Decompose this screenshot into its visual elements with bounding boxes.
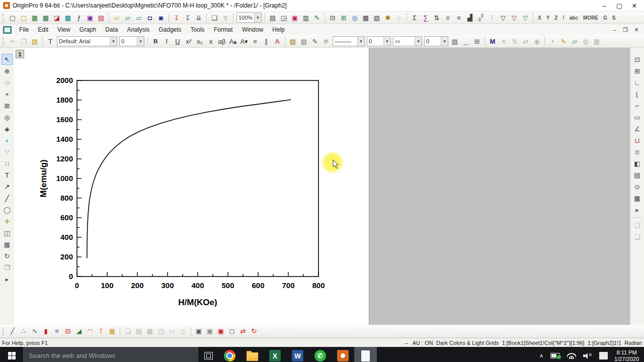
annotation-button[interactable]: ◔ xyxy=(547,36,558,47)
set-as-subject-button[interactable]: S xyxy=(610,12,618,23)
menu-edit[interactable]: Edit xyxy=(33,25,53,34)
code-builder-button[interactable]: ✱ xyxy=(382,12,393,23)
set-as-error-button[interactable]: ! xyxy=(560,12,567,23)
data-reader-tool[interactable]: ◎ xyxy=(2,112,13,123)
new-workbook-button[interactable]: ▦ xyxy=(29,12,40,23)
mask-color-button[interactable]: ▣ xyxy=(215,326,226,337)
graph2-window[interactable]: 0100200300400500600700800020040060080010… xyxy=(14,48,369,325)
axis-frame-button[interactable]: ▭ xyxy=(632,112,643,123)
print-preview-button[interactable]: ◲ xyxy=(278,12,289,23)
save-project-button[interactable]: ◘ xyxy=(144,12,155,23)
new-graph-button[interactable]: ◪ xyxy=(51,12,62,23)
move-up-button[interactable]: ⇅ xyxy=(509,36,520,47)
border-width-combo[interactable]: 0▾ xyxy=(424,36,448,46)
action-center-button[interactable] xyxy=(596,347,611,362)
project-explorer-button[interactable]: ⊟ xyxy=(327,12,338,23)
taskbar-search-input[interactable]: Search the web and Windows xyxy=(23,347,198,362)
area-plot-button[interactable]: ◢ xyxy=(73,326,85,337)
menu-view[interactable]: View xyxy=(53,25,75,34)
frequency-button[interactable]: ⊺ xyxy=(487,12,498,23)
column-plot-button[interactable]: ▮ xyxy=(40,326,51,337)
lock-button[interactable]: ◉ xyxy=(531,36,542,47)
window-tile-button[interactable]: ❏ xyxy=(632,231,643,242)
excel-taskbar-button[interactable]: X xyxy=(264,347,286,362)
menu-file[interactable]: File xyxy=(15,25,33,34)
toolbar-expand-right[interactable]: ▸ xyxy=(632,204,643,215)
new-notes-button[interactable]: ▤ xyxy=(96,12,107,23)
underline-button[interactable]: U xyxy=(172,36,183,47)
table-grid-button[interactable]: ⊞ xyxy=(471,36,482,47)
group-button[interactable]: ◍ xyxy=(580,36,591,47)
3d-plot-button[interactable]: ▦ xyxy=(107,326,118,337)
pan-tool[interactable]: ✛ xyxy=(2,216,13,227)
chevron-down-icon[interactable]: ▾ xyxy=(137,37,144,46)
add-right-axis-button[interactable]: ∠ xyxy=(632,123,643,134)
decrease-font-button[interactable]: A▾ xyxy=(238,36,250,47)
line-width-combo[interactable]: 0▾ xyxy=(367,36,391,46)
open-excel-button[interactable]: ▱ xyxy=(122,12,133,23)
shape-button[interactable]: ▱ xyxy=(569,36,580,47)
file-explorer-taskbar-button[interactable] xyxy=(241,347,264,362)
stock-plot-button[interactable]: ⊺ xyxy=(96,326,107,337)
stacked-plot-button[interactable]: ≡ xyxy=(51,326,62,337)
graph-canvas[interactable]: 0100200300400500600700800020040060080010… xyxy=(14,48,369,325)
slide-show-button[interactable]: ▣ xyxy=(289,12,300,23)
chevron-down-icon[interactable]: ▾ xyxy=(254,13,261,22)
unmask-range-button[interactable]: ▣ xyxy=(204,326,215,337)
save-template-button[interactable]: ◙ xyxy=(155,12,167,23)
color-scale-button[interactable]: ▤ xyxy=(632,169,643,180)
notepad-taskbar-button[interactable] xyxy=(354,347,377,362)
transparency-button[interactable]: ▁ xyxy=(460,36,471,47)
zoom-in-tool[interactable]: ⊕ xyxy=(2,65,13,76)
align-left-button[interactable]: ≡ xyxy=(250,36,261,47)
import-ascii-button[interactable]: ↧ xyxy=(182,12,193,23)
add-inset-button[interactable]: ⊔ xyxy=(632,135,643,146)
line-tool[interactable]: ╱ xyxy=(2,193,13,204)
fit-layer-button[interactable]: ▭ xyxy=(167,326,178,337)
hide-masked-button[interactable]: ◻ xyxy=(226,326,237,337)
reapply-filter-button[interactable]: ▽ xyxy=(520,12,531,23)
open-button[interactable]: ▱ xyxy=(111,12,122,23)
arrow-tool[interactable]: ↗ xyxy=(2,181,13,192)
add-columns-button[interactable]: ⊹ xyxy=(393,12,405,23)
origin-taskbar-button[interactable] xyxy=(332,347,354,362)
copy-format-button[interactable]: ▤ xyxy=(133,326,144,337)
fit-page-button[interactable]: ▯ xyxy=(178,326,189,337)
zoom-out-tool[interactable]: ⊖ xyxy=(2,77,13,88)
swap-mask-button[interactable]: ⇄ xyxy=(237,326,249,337)
recalculate-button[interactable]: ↻ xyxy=(249,326,260,337)
scatter-plot-button[interactable]: ∴ xyxy=(18,326,29,337)
greek-button[interactable]: αβ xyxy=(216,36,227,47)
set-as-y-button[interactable]: Y xyxy=(544,12,552,23)
insert-worksheet-tool[interactable]: ▦ xyxy=(2,239,13,250)
new-excel-button[interactable]: ▦ xyxy=(40,12,51,23)
taskbar-clock[interactable]: 8:11 PM 1/27/2020 xyxy=(611,349,644,362)
new-matrix-button[interactable]: ▦ xyxy=(62,12,73,23)
tray-chevron-button[interactable]: ∧ xyxy=(536,347,547,362)
sort-button[interactable]: ⇅ xyxy=(431,12,442,23)
fill-color-button[interactable]: ▨ xyxy=(287,36,298,47)
line-plot-button[interactable]: ╱ xyxy=(7,326,18,337)
superscript-button[interactable]: x² xyxy=(183,36,194,47)
font-size-combo[interactable]: 0▾ xyxy=(119,36,144,46)
row-numbers-button[interactable]: # xyxy=(442,12,453,23)
chevron-down-icon[interactable]: ▾ xyxy=(357,37,364,46)
network-status[interactable] xyxy=(564,347,580,362)
border-style-combo[interactable]: ▭▾ xyxy=(393,36,422,46)
window-cascade-button[interactable]: ❑ xyxy=(632,220,643,231)
object-manager-button[interactable]: ⊞ xyxy=(338,12,349,23)
duplicate-graph-button[interactable]: ❏ xyxy=(122,326,133,337)
highlighter-button[interactable]: ✎ xyxy=(558,36,569,47)
chrome-taskbar-button[interactable] xyxy=(218,347,241,362)
duplicate-window-button[interactable]: ❏ xyxy=(209,12,220,23)
draw-data-tool[interactable]: ∵ xyxy=(2,146,13,157)
minimize-button[interactable]: – xyxy=(597,2,612,10)
copy-button[interactable]: ❐ xyxy=(18,36,29,47)
row-stats-button[interactable]: ▞ xyxy=(475,12,487,23)
align-columns-button[interactable]: ∥ xyxy=(261,36,272,47)
new-function-button[interactable]: ƒ xyxy=(73,12,85,23)
increase-font-button[interactable]: A▴ xyxy=(227,36,238,47)
cut-button[interactable]: ✂ xyxy=(7,36,18,47)
menu-help[interactable]: Help xyxy=(268,25,289,34)
line-symbol-plot-button[interactable]: ∿ xyxy=(29,326,40,337)
